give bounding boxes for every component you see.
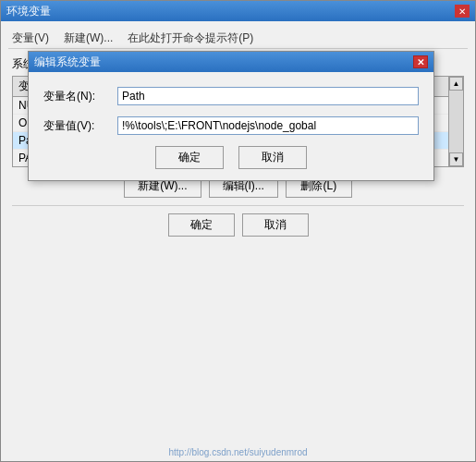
dialog-close-button[interactable]: ✕ [413, 55, 428, 68]
scroll-down-button[interactable]: ▼ [449, 152, 463, 166]
footer-cancel-button[interactable]: 取消 [242, 213, 309, 237]
bg-close-button[interactable]: ✕ [455, 5, 470, 18]
menu-item-variable[interactable]: 变量(V) [12, 30, 49, 46]
dialog-title-bar: 编辑系统变量 ✕ [29, 52, 433, 72]
watermark: http://blog.csdn.net/suiyudenmrod [168, 447, 307, 457]
menu-item-cmd[interactable]: 在此处打开命令提示符(P) [128, 30, 253, 46]
footer-confirm-button[interactable]: 确定 [168, 213, 235, 237]
bg-menu: 变量(V) 新建(W)... 在此处打开命令提示符(P) [8, 29, 468, 49]
var-value-label: 变量值(V): [43, 118, 117, 134]
bg-title-bar: 环境变量 ✕ [1, 1, 475, 21]
scroll-up-button[interactable]: ▲ [449, 77, 463, 91]
footer-buttons: 确定 取消 [12, 205, 464, 237]
dialog-buttons: 确定 取消 [43, 146, 419, 169]
var-value-row: 变量值(V): [43, 116, 419, 135]
scroll-track [449, 91, 463, 152]
dialog-title-text: 编辑系统变量 [34, 55, 101, 70]
var-value-input[interactable] [117, 116, 419, 135]
menu-item-new[interactable]: 新建(W)... [64, 30, 113, 46]
edit-dialog: 编辑系统变量 ✕ 变量名(N): 变量值(V): 确定 取消 [28, 51, 434, 181]
dialog-cancel-button[interactable]: 取消 [238, 146, 307, 169]
dialog-content: 变量名(N): 变量值(V): 确定 取消 [29, 72, 433, 180]
scrollbar[interactable]: ▲ ▼ [448, 77, 463, 166]
bg-title-text: 环境变量 [6, 4, 51, 19]
var-name-input[interactable] [117, 87, 419, 105]
dialog-confirm-button[interactable]: 确定 [155, 146, 224, 169]
var-name-label: 变量名(N): [43, 89, 117, 104]
var-name-row: 变量名(N): [43, 87, 419, 105]
